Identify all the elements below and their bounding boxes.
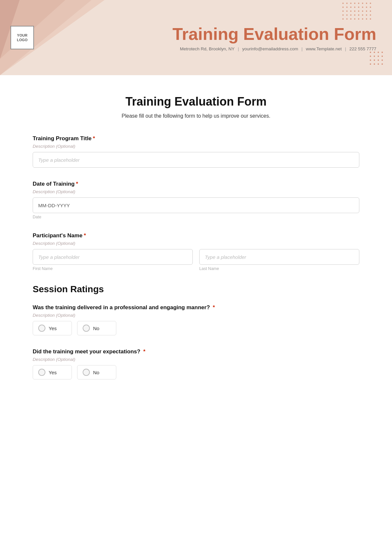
q1-yes-radio[interactable] <box>38 325 45 332</box>
logo: YOUR LOGO <box>10 26 34 49</box>
participant-name-description: Description (Optional) <box>33 241 359 246</box>
first-name-label: First Name <box>33 266 193 271</box>
training-program-title-label: Training Program Title* <box>33 135 359 142</box>
first-name-wrapper: First Name <box>33 249 193 271</box>
dot-grid-decoration-bottom <box>370 52 384 66</box>
last-name-wrapper: Last Name <box>199 249 359 271</box>
q2-description: Description (Optional) <box>33 357 359 362</box>
q2-section: Did the training meet your expectations?… <box>33 348 359 379</box>
q2-yes-option[interactable]: Yes <box>33 365 72 379</box>
first-name-input[interactable] <box>33 249 193 265</box>
q1-radio-group: Yes No <box>33 321 359 335</box>
main-content: Training Evaluation Form Please fill out… <box>0 75 392 419</box>
header-contact: Metrotech Rd, Brooklyn, NY | yourinfo@em… <box>180 46 376 51</box>
q2-yes-label: Yes <box>49 370 57 375</box>
form-main-title: Training Evaluation Form <box>33 95 359 109</box>
q2-no-radio[interactable] <box>83 369 90 376</box>
q1-description: Description (Optional) <box>33 313 359 318</box>
page-header: YOUR LOGO Training Evaluation Form Metro… <box>0 0 392 75</box>
header-email: yourinfo@emailaddress.com <box>242 46 298 51</box>
q1-section: Was the training delivered in a professi… <box>33 304 359 335</box>
q2-yes-radio[interactable] <box>38 369 45 376</box>
training-program-title-input[interactable] <box>33 152 359 168</box>
q2-radio-group: Yes No <box>33 365 359 379</box>
q2-no-option[interactable]: No <box>77 365 116 379</box>
q2-no-label: No <box>93 370 99 375</box>
date-of-training-label: Date of Training* <box>33 181 359 187</box>
date-of-training-section: Date of Training* Description (Optional)… <box>33 181 359 219</box>
header-right-content: Training Evaluation Form Metrotech Rd, B… <box>172 24 392 51</box>
dot-grid-decoration-top <box>342 3 372 21</box>
training-program-title-description: Description (Optional) <box>33 144 359 149</box>
header-phone: 222 555 7777 <box>349 46 376 51</box>
q1-no-radio[interactable] <box>83 325 90 332</box>
session-ratings-heading: Session Ratings <box>33 284 359 295</box>
form-subtitle: Please fill out the following form to he… <box>33 113 359 119</box>
last-name-label: Last Name <box>199 266 359 271</box>
participant-name-section: Participant's Name* Description (Optiona… <box>33 232 359 271</box>
participant-name-label: Participant's Name* <box>33 232 359 239</box>
header-title: Training Evaluation Form <box>172 24 376 44</box>
header-website: www.Template.net <box>306 46 342 51</box>
q1-no-option[interactable]: No <box>77 321 116 335</box>
q1-yes-label: Yes <box>49 326 57 331</box>
last-name-input[interactable] <box>199 249 359 265</box>
participant-name-fields: First Name Last Name <box>33 249 359 271</box>
header-address: Metrotech Rd, Brooklyn, NY <box>180 46 235 51</box>
date-of-training-description: Description (Optional) <box>33 189 359 194</box>
q1-no-label: No <box>93 326 99 331</box>
training-program-title-section: Training Program Title* Description (Opt… <box>33 135 359 168</box>
q1-yes-option[interactable]: Yes <box>33 321 72 335</box>
date-of-training-input[interactable] <box>33 197 359 213</box>
date-of-training-hint: Date <box>33 215 359 219</box>
q1-label: Was the training delivered in a professi… <box>33 304 359 311</box>
q2-label: Did the training meet your expectations?… <box>33 348 359 355</box>
